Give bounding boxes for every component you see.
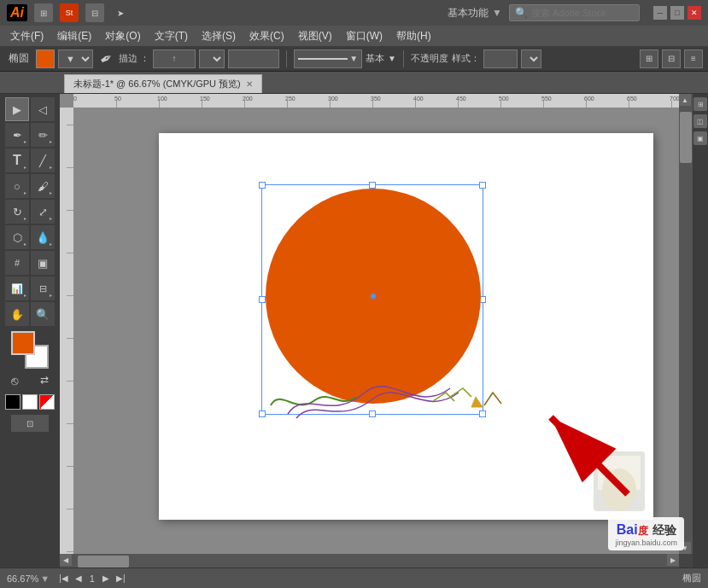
ai-logo-icon: Ai — [7, 4, 27, 21]
artboard — [159, 133, 653, 520]
grid-icon[interactable]: ⊞ — [34, 3, 53, 22]
brush-subarrow: ▸ — [50, 189, 52, 195]
menu-view[interactable]: 视图(V) — [291, 27, 339, 45]
tab-close-btn[interactable]: ✕ — [246, 79, 253, 89]
menu-object[interactable]: 对象(O) — [98, 27, 147, 45]
right-panel-btn-3[interactable]: ▣ — [693, 131, 707, 145]
page-indicator: 1 — [86, 573, 98, 584]
stock-search-input[interactable] — [531, 8, 634, 18]
slice-tool-btn[interactable]: ⊟ ▸ — [31, 277, 55, 300]
style-box[interactable] — [483, 49, 518, 68]
fill-color-swatch[interactable] — [36, 49, 55, 68]
layout-icon[interactable]: ⊟ — [85, 3, 104, 22]
stroke-dropdown[interactable]: ▼ — [199, 49, 225, 68]
handle-top-right[interactable] — [479, 182, 486, 189]
basic-dropdown-arrow[interactable]: ▼ — [388, 54, 396, 63]
fill-type-dropdown[interactable]: ▼ — [58, 49, 93, 68]
prev-page-btn[interactable]: ◀ — [73, 573, 85, 583]
stock-search-box[interactable]: 🔍 — [509, 4, 640, 21]
scroll-left-btn[interactable]: ◀ — [60, 554, 72, 566]
menu-file[interactable]: 文件(F) — [3, 27, 50, 45]
rtick-650 — [629, 101, 629, 108]
selected-shape-info: 椭圆 — [682, 572, 701, 585]
shape-tool-btn[interactable]: ○ ▸ — [5, 174, 29, 198]
menu-effect[interactable]: 效果(C) — [243, 27, 291, 45]
swap-colors-btn[interactable]: ⇄ — [40, 374, 49, 386]
stroke-style-selector[interactable]: ▼ — [294, 49, 362, 68]
right-panel-btn-2[interactable]: ◫ — [693, 114, 707, 128]
zoom-tool-btn[interactable]: 🔍 — [31, 302, 55, 326]
brush-stroke-icon[interactable]: ✒ — [93, 45, 119, 71]
left-toolbar: ▶ ◁ ✒ ▸ ✏ ▸ T ▸ ╱ ▸ — [0, 94, 60, 568]
pen-tools-row: ✒ ▸ ✏ ▸ — [5, 123, 55, 147]
first-page-btn[interactable]: |◀ — [56, 573, 71, 583]
rtick-400-label: 400 — [413, 96, 424, 102]
quick-swatches — [5, 394, 55, 410]
st-icon[interactable]: St — [60, 3, 79, 22]
direct-selection-tool-btn[interactable]: ◁ — [31, 97, 55, 121]
minimize-button[interactable]: ─ — [653, 6, 667, 20]
last-page-btn[interactable]: ▶| — [114, 573, 128, 583]
stroke-label: 描边 ： — [119, 52, 149, 65]
stroke-style-group: ▼ 基本 ▼ — [294, 49, 396, 68]
workspace-selector[interactable]: 基本功能 ▼ — [448, 6, 502, 20]
none-swatch[interactable] — [39, 394, 55, 410]
mesh-tool-btn[interactable]: # — [5, 251, 29, 275]
graph-tool-btn[interactable]: 📊 ▸ — [5, 277, 29, 300]
menu-select[interactable]: 选择(S) — [195, 27, 243, 45]
hand-tool-btn[interactable]: ✋ — [5, 302, 29, 326]
scroll-right-btn[interactable]: ▶ — [667, 554, 679, 566]
right-panel-btn-1[interactable]: ⊞ — [693, 97, 707, 111]
shape-tools-row: ○ ▸ 🖌 ▸ — [5, 174, 55, 198]
tab-title: 未标题-1* @ 66.67% (CMYK/GPU 预览) — [73, 78, 241, 90]
eyedropper-tool-btn[interactable]: 💧 ▸ — [31, 225, 55, 249]
vertical-scrollbar[interactable]: ▲ ▼ — [679, 94, 693, 554]
pencil-tool-btn[interactable]: ✏ ▸ — [31, 123, 55, 147]
handle-top-middle[interactable] — [369, 182, 376, 189]
ltick-170 — [67, 253, 73, 253]
rtick-150-label: 150 — [200, 96, 210, 102]
selection-tool-btn[interactable]: ▶ — [5, 97, 29, 121]
horizontal-scrollbar[interactable]: ◀ ▶ — [60, 554, 679, 568]
scroll-up-btn[interactable]: ▲ — [679, 94, 691, 106]
align-btn[interactable]: ⊟ — [662, 49, 681, 68]
gradient-tool-btn[interactable]: ▣ — [31, 251, 55, 275]
warp-tool-btn[interactable]: ⤢ ▸ — [31, 200, 55, 224]
horizontal-scroll-thumb[interactable] — [78, 556, 129, 568]
reset-colors-btn[interactable]: ⎋ — [11, 374, 18, 387]
brush-icon: 🖌 — [38, 180, 49, 193]
style-dropdown[interactable]: ▼ — [521, 49, 541, 68]
vertical-scroll-thumb[interactable] — [680, 112, 692, 163]
more-options-btn[interactable]: ≡ — [684, 49, 703, 68]
rtick-650-label: 650 — [627, 96, 637, 102]
foreground-color-swatch[interactable] — [11, 331, 35, 355]
stroke-value-box[interactable]: ↑ — [153, 49, 196, 68]
center-point — [371, 294, 376, 299]
arrow-icon[interactable]: ➤ — [111, 3, 130, 22]
menu-window[interactable]: 窗口(W) — [339, 27, 389, 45]
menu-edit[interactable]: 编辑(E) — [50, 27, 98, 45]
rotate-tool-btn[interactable]: ↻ ▸ — [5, 200, 29, 224]
document-tab[interactable]: 未标题-1* @ 66.67% (CMYK/GPU 预览) ✕ — [64, 74, 262, 93]
ruler-zero: 0 — [73, 96, 77, 102]
pen-tool-btn[interactable]: ✒ ▸ — [5, 123, 29, 147]
handle-middle-left[interactable] — [259, 296, 266, 303]
blend-tool-btn[interactable]: ⬡ ▸ — [5, 225, 29, 249]
next-page-btn[interactable]: ▶ — [100, 573, 112, 583]
line-tool-btn[interactable]: ╱ ▸ — [31, 148, 55, 172]
screen-mode-btn[interactable]: ⊡ — [11, 415, 49, 432]
menu-type[interactable]: 文字(T) — [148, 27, 195, 45]
brush-tool-btn[interactable]: 🖌 ▸ — [31, 174, 55, 198]
rtick-600 — [586, 101, 587, 108]
slice-subarrow: ▸ — [50, 292, 52, 298]
arrange-grid-btn[interactable]: ⊞ — [640, 49, 658, 68]
menu-help[interactable]: 帮助(H) — [389, 27, 438, 45]
close-button[interactable]: ✕ — [688, 6, 701, 20]
handle-top-left[interactable] — [259, 182, 266, 189]
workspace-dropdown-icon[interactable]: ▼ — [492, 7, 502, 19]
white-swatch[interactable] — [22, 394, 38, 410]
restore-button[interactable]: □ — [670, 6, 684, 20]
zoom-dropdown-arrow[interactable]: ▼ — [40, 573, 50, 584]
type-tool-btn[interactable]: T ▸ — [5, 148, 29, 172]
black-swatch[interactable] — [5, 394, 20, 410]
